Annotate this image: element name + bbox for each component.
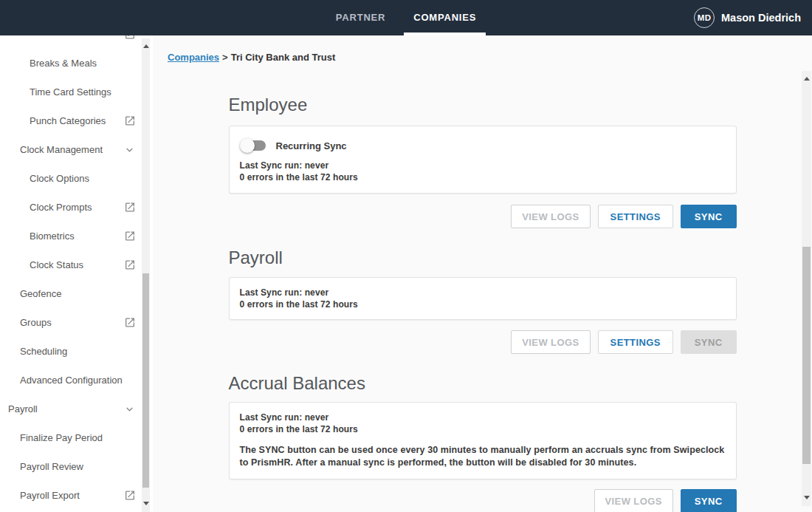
employee-sync-card: Recurring Sync Last Sync run: never 0 er… bbox=[229, 126, 737, 194]
toggle-thumb bbox=[240, 138, 255, 153]
scroll-up-icon[interactable] bbox=[142, 41, 150, 50]
sidebar-item-payroll-review[interactable]: Payroll Review bbox=[0, 452, 153, 481]
external-link-icon bbox=[123, 489, 136, 502]
last-sync-status: Last Sync run: never bbox=[240, 412, 726, 423]
sidebar-item-advanced-configuration[interactable]: Advanced Configuration bbox=[0, 366, 153, 395]
sidebar-item-scheduling[interactable]: Scheduling bbox=[0, 337, 153, 366]
tab-companies[interactable]: COMPANIES bbox=[404, 0, 486, 35]
view-logs-button[interactable]: VIEW LOGS bbox=[594, 489, 673, 512]
error-count-status: 0 errors in the last 72 hours bbox=[240, 171, 726, 183]
sidebar-item-label: Payroll bbox=[8, 403, 38, 414]
main-scrollbar-thumb[interactable] bbox=[802, 247, 811, 464]
recurring-sync-toggle[interactable] bbox=[240, 138, 266, 153]
sidebar-item-clock-status[interactable]: Clock Status bbox=[0, 250, 153, 279]
external-link-icon bbox=[123, 115, 136, 127]
sidebar-item-clock-prompts[interactable]: Clock Prompts bbox=[0, 193, 153, 222]
sidebar-item-label: Punch Categories bbox=[30, 115, 106, 126]
breadcrumb: Companies>Tri City Bank and Trust bbox=[153, 35, 812, 77]
payroll-sync-card: Last Sync run: never 0 errors in the las… bbox=[229, 277, 737, 320]
sidebar-scrollbar-thumb[interactable] bbox=[142, 273, 149, 488]
scroll-down-icon[interactable] bbox=[142, 499, 150, 508]
sidebar-item-label: Payroll Export bbox=[20, 490, 80, 501]
error-count-status: 0 errors in the last 72 hours bbox=[240, 298, 726, 310]
sidebar-item-time-card-settings[interactable]: Time Card Settings bbox=[0, 78, 153, 106]
sidebar-item-label: Biometrics bbox=[30, 231, 75, 242]
sidebar-item-geofence[interactable]: Geofence bbox=[0, 279, 153, 308]
external-link-icon bbox=[123, 201, 136, 214]
sidebar-item-label: Time Card Settings bbox=[30, 86, 111, 98]
tab-partner[interactable]: PARTNER bbox=[326, 0, 395, 35]
sidebar-scrollbar[interactable] bbox=[142, 38, 150, 512]
sidebar-item-label: Groups bbox=[20, 317, 52, 328]
main-scrollbar[interactable] bbox=[802, 71, 811, 506]
sidebar-item-label: Clock Options bbox=[30, 173, 89, 184]
external-link-icon bbox=[123, 35, 136, 41]
sidebar-item-clock-options[interactable]: Clock Options bbox=[0, 164, 153, 193]
sidebar-item-partial[interactable] bbox=[0, 35, 153, 49]
sidebar-item-groups[interactable]: Groups bbox=[0, 308, 153, 337]
view-logs-button[interactable]: VIEW LOGS bbox=[511, 205, 590, 228]
sidebar-item-label: Payroll Review bbox=[20, 461, 83, 472]
sidebar-item-finalize-pay-period[interactable]: Finalize Pay Period bbox=[0, 423, 153, 452]
sidebar-item-biometrics[interactable]: Biometrics bbox=[0, 222, 153, 250]
top-navbar: PARTNER COMPANIES MD Mason Diedrich bbox=[0, 0, 812, 35]
external-link-icon bbox=[123, 230, 136, 242]
settings-sidebar: Breaks & Meals Time Card Settings Punch … bbox=[0, 35, 153, 512]
sync-button-disabled[interactable]: SYNC bbox=[681, 330, 737, 354]
main-content: Companies>Tri City Bank and Trust Employ… bbox=[153, 35, 812, 512]
sidebar-item-label: Clock Prompts bbox=[30, 202, 92, 213]
settings-button[interactable]: SETTINGS bbox=[598, 205, 673, 228]
sidebar-item-label: Scheduling bbox=[20, 346, 67, 357]
sidebar-item-punch-categories[interactable]: Punch Categories bbox=[0, 106, 153, 135]
scroll-down-icon[interactable] bbox=[802, 493, 811, 502]
settings-button[interactable]: SETTINGS bbox=[598, 330, 673, 354]
section-title-employee: Employee bbox=[229, 95, 737, 115]
breadcrumb-separator: > bbox=[222, 52, 228, 63]
sync-note: The SYNC button can be used once every 3… bbox=[240, 444, 726, 469]
chevron-down-icon bbox=[123, 403, 136, 415]
sidebar-item-clock-management[interactable]: Clock Management bbox=[0, 135, 153, 164]
sidebar-item-label: Geofence bbox=[20, 288, 61, 299]
sidebar-item-payroll-export[interactable]: Payroll Export bbox=[0, 481, 153, 510]
last-sync-status: Last Sync run: never bbox=[240, 287, 726, 298]
sync-button[interactable]: SYNC bbox=[681, 489, 737, 512]
nav-tabs: PARTNER COMPANIES bbox=[0, 0, 812, 35]
chevron-down-icon bbox=[123, 143, 136, 156]
breadcrumb-companies-link[interactable]: Companies bbox=[168, 52, 219, 63]
sidebar-list: Breaks & Meals Time Card Settings Punch … bbox=[0, 35, 153, 510]
user-menu[interactable]: MD Mason Diedrich bbox=[694, 0, 801, 35]
error-count-status: 0 errors in the last 72 hours bbox=[240, 423, 726, 435]
section-title-accrual-balances: Accrual Balances bbox=[229, 373, 737, 394]
sidebar-item-label: Finalize Pay Period bbox=[20, 432, 103, 443]
recurring-sync-label: Recurring Sync bbox=[276, 140, 347, 151]
sync-button[interactable]: SYNC bbox=[681, 205, 737, 228]
scroll-up-icon[interactable] bbox=[802, 74, 811, 83]
sidebar-item-label: Clock Status bbox=[30, 259, 83, 270]
external-link-icon bbox=[123, 259, 136, 271]
user-name: Mason Diedrich bbox=[721, 12, 801, 24]
sidebar-item-label: Breaks & Meals bbox=[30, 58, 97, 69]
avatar[interactable]: MD bbox=[694, 7, 715, 28]
breadcrumb-current: Tri City Bank and Trust bbox=[231, 52, 336, 63]
last-sync-status: Last Sync run: never bbox=[240, 160, 726, 171]
view-logs-button[interactable]: VIEW LOGS bbox=[511, 330, 590, 354]
section-title-payroll: Payroll bbox=[229, 248, 737, 268]
sidebar-item-label: Advanced Configuration bbox=[20, 375, 123, 386]
accrual-sync-card: Last Sync run: never 0 errors in the las… bbox=[229, 402, 737, 479]
external-link-icon bbox=[123, 316, 136, 329]
sidebar-item-breaks-meals[interactable]: Breaks & Meals bbox=[0, 49, 153, 78]
sidebar-item-label: Clock Management bbox=[20, 144, 103, 155]
sidebar-item-payroll[interactable]: Payroll bbox=[0, 395, 153, 423]
